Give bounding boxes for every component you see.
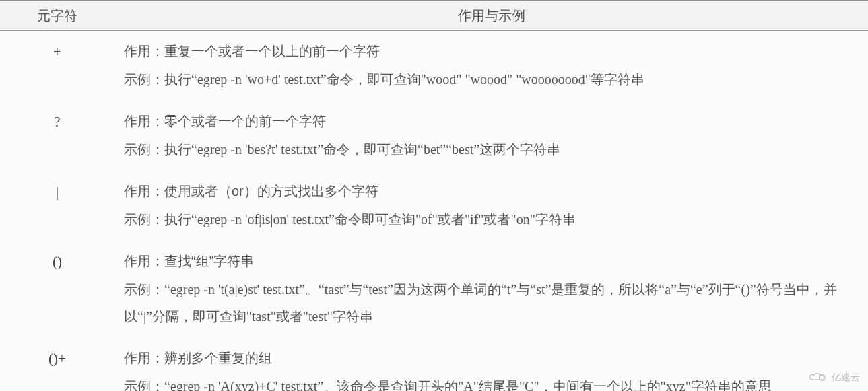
metachar-cell: ? [0, 101, 114, 171]
metachar-cell: + [0, 31, 114, 102]
desc-cell: 作用：辨别多个重复的组 示例：“egrep -n 'A(xyz)+C' test… [114, 338, 868, 391]
table-row: + 作用：重复一个或者一个以上的前一个字符 示例：执行“egrep -n 'wo… [0, 31, 868, 102]
watermark: 亿速云 [809, 370, 860, 384]
regex-metachar-table: 元字符 作用与示例 + 作用：重复一个或者一个以上的前一个字符 示例：执行“eg… [0, 0, 868, 391]
header-metachar: 元字符 [0, 1, 114, 31]
metachar-cell: ()+ [0, 338, 114, 391]
table-header-row: 元字符 作用与示例 [0, 1, 868, 31]
metachar-cell: | [0, 171, 114, 241]
example-text: 示例：“egrep -n 't(a|e)st' test.txt”。“tast”… [124, 276, 859, 330]
usage-text: 作用：辨别多个重复的组 [124, 345, 859, 371]
header-description: 作用与示例 [114, 1, 868, 31]
usage-text: 作用：查找“组”字符串 [124, 248, 859, 275]
desc-cell: 作用：零个或者一个的前一个字符 示例：执行“egrep -n 'bes?t' t… [114, 101, 868, 171]
desc-cell: 作用：查找“组”字符串 示例：“egrep -n 't(a|e)st' test… [114, 241, 868, 338]
table-row: ()+ 作用：辨别多个重复的组 示例：“egrep -n 'A(xyz)+C' … [0, 338, 868, 391]
cloud-icon [809, 371, 828, 385]
example-text: 示例：执行“egrep -n 'wo+d' test.txt”命令，即可查询"w… [124, 66, 859, 93]
example-text: 示例：“egrep -n 'A(xyz)+C' test.txt”。该命令是查询… [124, 373, 859, 391]
table-row: () 作用：查找“组”字符串 示例：“egrep -n 't(a|e)st' t… [0, 241, 868, 338]
metachar-cell: () [0, 241, 114, 338]
desc-cell: 作用：重复一个或者一个以上的前一个字符 示例：执行“egrep -n 'wo+d… [114, 31, 868, 102]
usage-text: 作用：零个或者一个的前一个字符 [124, 108, 859, 135]
table-row: | 作用：使用或者（or）的方式找出多个字符 示例：执行“egrep -n 'o… [0, 171, 868, 241]
watermark-text: 亿速云 [832, 371, 860, 384]
table-row: ? 作用：零个或者一个的前一个字符 示例：执行“egrep -n 'bes?t'… [0, 101, 868, 171]
example-text: 示例：执行“egrep -n 'of|is|on' test.txt”命令即可查… [124, 206, 859, 233]
example-text: 示例：执行“egrep -n 'bes?t' test.txt”命令，即可查询“… [124, 136, 859, 163]
usage-text: 作用：重复一个或者一个以上的前一个字符 [124, 38, 859, 65]
usage-text: 作用：使用或者（or）的方式找出多个字符 [124, 178, 859, 205]
desc-cell: 作用：使用或者（or）的方式找出多个字符 示例：执行“egrep -n 'of|… [114, 171, 868, 241]
